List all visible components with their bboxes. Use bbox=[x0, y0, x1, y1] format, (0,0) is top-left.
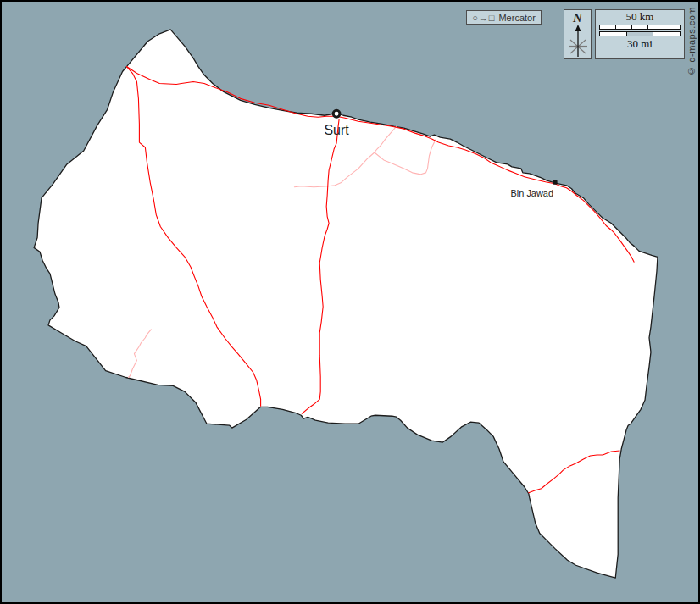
compass-rose-icon bbox=[565, 25, 591, 58]
scale-mi-label: 30 mi bbox=[627, 37, 653, 51]
scale-mi-bar bbox=[599, 31, 681, 36]
projection-label: Mercator bbox=[498, 13, 535, 23]
scale-km-bar bbox=[599, 25, 681, 30]
city-marker-surt-icon bbox=[333, 110, 340, 117]
projection-legend: ○→□ Mercator bbox=[466, 10, 542, 25]
map-root: Surt Bin Jawad ○→□ Mercator N 50 km 30 m… bbox=[0, 0, 700, 604]
projection-icon: ○→□ bbox=[472, 13, 495, 23]
credit-text: © d-maps.com bbox=[686, 7, 697, 76]
map-svg: Surt Bin Jawad bbox=[2, 2, 698, 602]
scale-box: 50 km 30 mi bbox=[595, 9, 685, 59]
scale-km-label: 50 km bbox=[626, 10, 654, 24]
compass-box: N bbox=[564, 9, 592, 59]
city-label-bin-jawad: Bin Jawad bbox=[511, 188, 553, 198]
city-marker-bin-jawad-icon bbox=[553, 180, 558, 185]
city-label-surt: Surt bbox=[325, 123, 350, 137]
north-label: N bbox=[573, 11, 582, 25]
